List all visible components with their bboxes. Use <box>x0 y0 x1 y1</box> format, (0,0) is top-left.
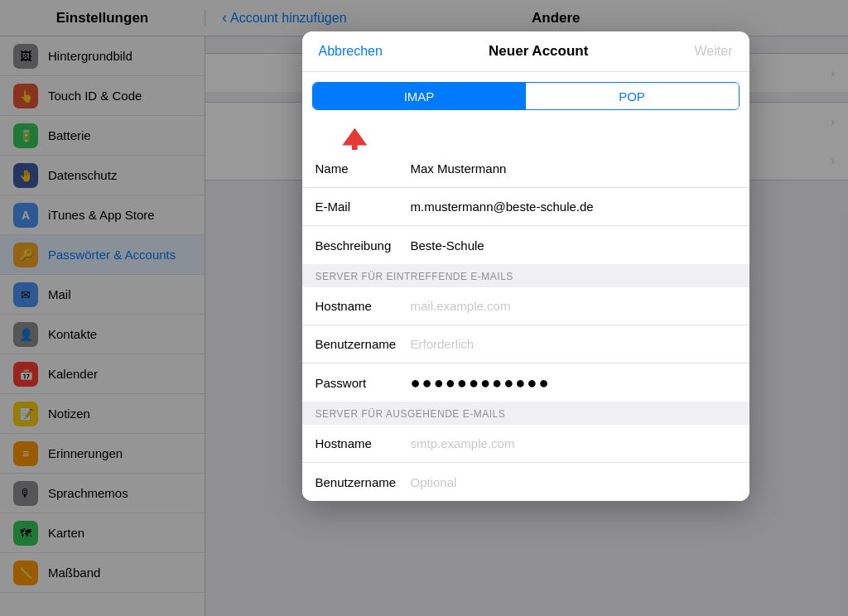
incoming-passwort-input[interactable]: ●●●●●●●●●●●● <box>411 373 551 392</box>
arrow-annotation <box>302 120 749 150</box>
desc-value[interactable]: Beste-Schule <box>411 238 484 253</box>
outgoing-server-section: Hostname smtp.example.com Benutzername O… <box>302 425 749 501</box>
modal-title: Neuer Account <box>489 43 588 60</box>
incoming-passwort-row: Passwort ●●●●●●●●●●●● <box>302 363 749 402</box>
seg-pop-button[interactable]: POP <box>526 83 739 109</box>
incoming-benutzername-input[interactable]: Erforderlich <box>411 337 475 351</box>
outgoing-benutzername-input[interactable]: Optional <box>411 475 457 489</box>
modal-box: Abbrechen Neuer Account Weiter IMAP POP <box>302 31 749 501</box>
outgoing-hostname-input[interactable]: smtp.example.com <box>411 436 515 450</box>
arrow-icon <box>335 120 377 150</box>
outgoing-benutzername-label: Benutzername <box>316 475 411 489</box>
modal-overlay: Abbrechen Neuer Account Weiter IMAP POP <box>203 23 848 616</box>
name-row: Name Max Mustermann <box>302 150 749 188</box>
incoming-section-header: SERVER FÜR EINTREFFENDE E-MAILS <box>302 264 749 287</box>
outgoing-hostname-row: Hostname smtp.example.com <box>302 425 749 463</box>
incoming-server-section: Hostname mail.example.com Benutzername E… <box>302 287 749 402</box>
svg-rect-1 <box>352 142 358 150</box>
incoming-hostname-row: Hostname mail.example.com <box>302 287 749 325</box>
outgoing-benutzername-row: Benutzername Optional <box>302 463 749 501</box>
email-row: E-Mail m.mustermann@beste-schule.de <box>302 188 749 226</box>
outgoing-hostname-label: Hostname <box>316 436 411 450</box>
modal-next-button[interactable]: Weiter <box>695 44 733 59</box>
incoming-hostname-input[interactable]: mail.example.com <box>411 299 511 313</box>
email-label: E-Mail <box>316 200 411 214</box>
incoming-hostname-label: Hostname <box>316 299 411 313</box>
incoming-benutzername-label: Benutzername <box>316 337 411 351</box>
basic-info-section: Name Max Mustermann E-Mail m.mustermann@… <box>302 150 749 264</box>
seg-imap-button[interactable]: IMAP <box>313 83 526 109</box>
outgoing-section-header: SERVER FÜR AUSGEHENDE E-MAILS <box>302 402 749 425</box>
email-value[interactable]: m.mustermann@beste-schule.de <box>411 200 594 214</box>
modal-header: Abbrechen Neuer Account Weiter <box>302 31 749 72</box>
desc-label: Beschreibung <box>316 238 411 253</box>
desc-row: Beschreibung Beste-Schule <box>302 226 749 264</box>
name-value[interactable]: Max Mustermann <box>411 161 507 176</box>
incoming-benutzername-row: Benutzername Erforderlich <box>302 325 749 363</box>
modal-cancel-button[interactable]: Abbrechen <box>319 44 383 59</box>
name-label: Name <box>316 161 411 176</box>
incoming-passwort-label: Passwort <box>316 376 411 390</box>
segmented-control: IMAP POP <box>312 82 740 110</box>
